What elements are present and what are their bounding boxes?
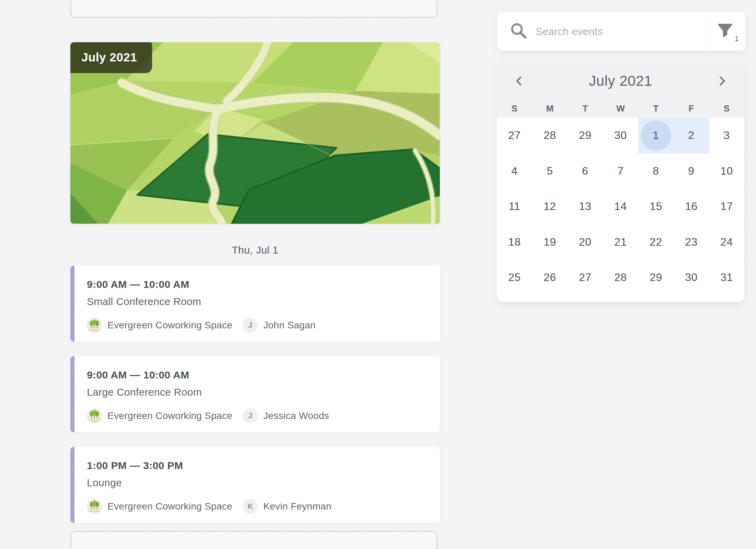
calendar-day-21[interactable]: 21: [603, 224, 638, 260]
organization-name: Evergreen Coworking Space: [107, 501, 232, 512]
calendar-day-16[interactable]: 16: [674, 189, 709, 224]
calendar-day-20[interactable]: 20: [568, 224, 603, 260]
weekday-label: F: [674, 103, 709, 114]
filter-button[interactable]: 1: [705, 12, 746, 51]
calendar-day-3[interactable]: 3: [709, 118, 744, 153]
svg-text:EVERGREEN: EVERGREEN: [89, 511, 100, 512]
organization-name: Evergreen Coworking Space: [107, 410, 232, 421]
weekday-label: S: [497, 103, 532, 114]
calendar-day-2[interactable]: 2: [674, 118, 709, 153]
day-group-header: Thu, Jul 1: [70, 244, 440, 256]
events-page: July 2021 Thu, Jul 1 9:00 AM — 10:00 AM …: [0, 0, 756, 549]
chevron-right-icon: [716, 75, 728, 87]
event-time: 9:00 AM — 10:00 AM: [87, 279, 426, 290]
calendar-day-8[interactable]: 8: [638, 153, 674, 189]
search-input[interactable]: [535, 12, 701, 51]
calendar-day-27[interactable]: 27: [568, 260, 603, 295]
svg-text:EVERGREEN: EVERGREEN: [89, 329, 100, 331]
weekday-label: M: [532, 103, 568, 114]
evergreen-logo-icon: EVERGREEN: [87, 499, 102, 514]
attendee-avatar: J: [243, 408, 258, 423]
calendar-month-title: July 2021: [589, 73, 652, 89]
calendar-day-5[interactable]: 5: [532, 153, 568, 189]
event-badges: EVERGREEN Evergreen Coworking Space K Ke…: [87, 499, 426, 514]
chevron-left-icon: [514, 75, 525, 87]
calendar-day-26[interactable]: 26: [532, 260, 568, 295]
calendar-day-30[interactable]: 30: [603, 118, 638, 153]
calendar-day-6[interactable]: 6: [568, 153, 603, 189]
svg-text:EVERGREEN: EVERGREEN: [89, 420, 100, 421]
attendee-name: John Sagan: [263, 320, 316, 331]
weekday-label: T: [638, 103, 674, 114]
event-card[interactable]: 9:00 AM — 10:00 AM Large Conference Room…: [70, 356, 440, 432]
calendar-day-11[interactable]: 11: [497, 189, 532, 224]
calendar-day-1[interactable]: 1: [638, 118, 674, 153]
calendar-day-29[interactable]: 29: [568, 118, 603, 153]
next-day-placeholder: [70, 531, 437, 549]
weekday-row: SMTWTFS: [497, 99, 744, 118]
calendar-day-7[interactable]: 7: [603, 153, 638, 189]
calendar-day-28[interactable]: 28: [603, 260, 638, 295]
evergreen-logo-icon: EVERGREEN: [87, 408, 102, 423]
weekday-label: S: [709, 103, 744, 114]
month-banner: July 2021: [70, 42, 440, 224]
calendar-day-29[interactable]: 29: [638, 260, 674, 295]
calendar-day-24[interactable]: 24: [709, 224, 744, 260]
calendar-day-12[interactable]: 12: [532, 189, 568, 224]
filter-icon: [717, 23, 733, 38]
banner-month-label: July 2021: [70, 42, 152, 73]
event-location: Large Conference Room: [87, 386, 426, 398]
search-bar: 1: [497, 12, 746, 51]
events-list: 9:00 AM — 10:00 AM Small Conference Room…: [70, 266, 440, 523]
event-location: Lounge: [87, 477, 426, 489]
calendar-day-18[interactable]: 18: [497, 224, 532, 260]
calendar-day-13[interactable]: 13: [568, 189, 603, 224]
calendar-day-15[interactable]: 15: [638, 189, 674, 224]
event-card[interactable]: 1:00 PM — 3:00 PM Lounge EVERGREEN Everg…: [70, 447, 440, 523]
event-badges: EVERGREEN Evergreen Coworking Space J Jo…: [87, 318, 426, 333]
event-location: Small Conference Room: [87, 296, 426, 307]
event-badges: EVERGREEN Evergreen Coworking Space J Je…: [87, 408, 426, 423]
organization-name: Evergreen Coworking Space: [107, 320, 232, 331]
calendar-day-25[interactable]: 25: [497, 260, 532, 295]
weekday-label: T: [568, 103, 603, 114]
event-time: 1:00 PM — 3:00 PM: [87, 460, 426, 471]
attendee-avatar: J: [243, 318, 258, 333]
calendar-day-grid: 2728293012345678910111213141516171819202…: [497, 118, 744, 295]
calendar-day-22[interactable]: 22: [638, 224, 674, 260]
next-month-button[interactable]: [714, 73, 729, 89]
filter-count-badge: 1: [735, 34, 739, 43]
previous-month-button[interactable]: [512, 73, 527, 89]
attendee-name: Jessica Woods: [263, 410, 329, 421]
attendee-avatar: K: [243, 499, 258, 514]
calendar-day-10[interactable]: 10: [709, 153, 744, 189]
calendar-day-9[interactable]: 9: [674, 153, 709, 189]
calendar-day-28[interactable]: 28: [532, 118, 568, 153]
attendee-name: Kevin Feynman: [263, 501, 331, 512]
calendar-day-27[interactable]: 27: [497, 118, 532, 153]
event-card[interactable]: 9:00 AM — 10:00 AM Small Conference Room…: [70, 266, 440, 342]
evergreen-logo-icon: EVERGREEN: [87, 318, 102, 333]
calendar-day-31[interactable]: 31: [709, 260, 744, 295]
calendar-day-23[interactable]: 23: [674, 224, 709, 260]
calendar-day-14[interactable]: 14: [603, 189, 638, 224]
event-time: 9:00 AM — 10:00 AM: [87, 369, 426, 381]
calendar-header: July 2021 SMTWTFS: [497, 63, 744, 118]
calendar-day-30[interactable]: 30: [674, 260, 709, 295]
calendar-day-19[interactable]: 19: [532, 224, 568, 260]
previous-month-placeholder: [70, 0, 437, 18]
calendar-day-17[interactable]: 17: [709, 189, 744, 224]
mini-calendar: July 2021 SMTWTFS 2728293012345678910111…: [497, 63, 744, 302]
weekday-label: W: [603, 103, 638, 114]
calendar-day-4[interactable]: 4: [497, 153, 532, 189]
search-icon: [509, 22, 529, 41]
